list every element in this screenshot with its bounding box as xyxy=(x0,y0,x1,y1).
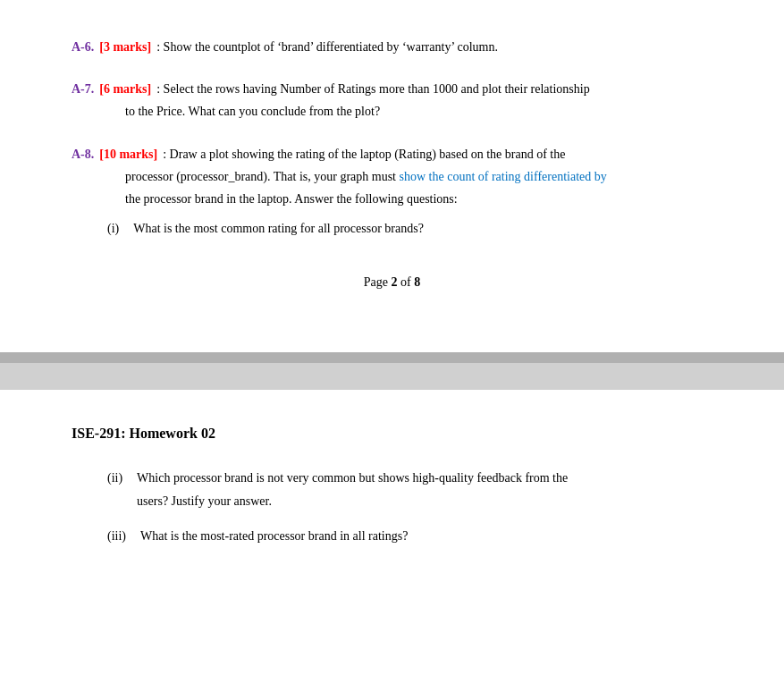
question-a6-marks: [3 marks] xyxy=(99,36,151,58)
subquestion-ii-line2: users? Justify your answer. xyxy=(137,490,568,512)
subquestion-a8-i-text: What is the most common rating for all p… xyxy=(133,217,424,240)
question-a7-marks: [6 marks] xyxy=(99,78,151,100)
homework-title: ISE-291: Homework 02 xyxy=(72,426,712,442)
page-footer-text: Page 2 of 8 xyxy=(364,275,420,289)
subquestion-ii: (ii) Which processor brand is not very c… xyxy=(107,467,712,511)
question-a8-text-line2: processor (processor_brand). That is, yo… xyxy=(125,165,712,188)
subquestion-iii-label: (iii) xyxy=(107,525,126,547)
subquestion-iii-text: What is the most-rated processor brand i… xyxy=(140,525,408,547)
question-a8-highlight: show the count of rating differentiated … xyxy=(400,170,607,183)
question-a8-marks: [10 marks] xyxy=(99,143,157,165)
page-footer: Page 2 of 8 xyxy=(72,275,712,290)
page-bottom: ISE-291: Homework 02 (ii) Which processo… xyxy=(0,390,784,692)
question-a6-text: : Show the countplot of ‘brand’ differen… xyxy=(156,36,498,58)
subquestion-ii-label: (ii) xyxy=(107,467,122,511)
page-divider xyxy=(0,352,784,363)
question-a8-text-line1: : Draw a plot showing the rating of the … xyxy=(163,143,565,165)
page-top: A-6. [3 marks] : Show the countplot of ‘… xyxy=(0,0,784,352)
question-a7-continuation: to the Price. What can you conclude from… xyxy=(125,100,712,122)
question-a7-text: : Select the rows having Number of Ratin… xyxy=(156,78,589,100)
question-a7: A-7. [6 marks] : Select the rows having … xyxy=(72,78,712,122)
question-a8-text-line3: the processor brand in the laptop. Answe… xyxy=(125,188,712,210)
question-a8: A-8. [10 marks] : Draw a plot showing th… xyxy=(72,143,712,241)
question-a6-number: A-6. xyxy=(72,36,94,58)
subquestion-iii: (iii) What is the most-rated processor b… xyxy=(107,525,712,547)
page-container: A-6. [3 marks] : Show the countplot of ‘… xyxy=(0,0,784,692)
question-a7-number: A-7. xyxy=(72,78,94,100)
subquestion-a8-i: (i) What is the most common rating for a… xyxy=(107,217,712,240)
subquestion-ii-line1: Which processor brand is not very common… xyxy=(137,467,568,489)
question-a6: A-6. [3 marks] : Show the countplot of ‘… xyxy=(72,36,712,58)
subquestion-a8-i-label: (i) xyxy=(107,217,119,240)
question-a8-number: A-8. xyxy=(72,143,94,165)
